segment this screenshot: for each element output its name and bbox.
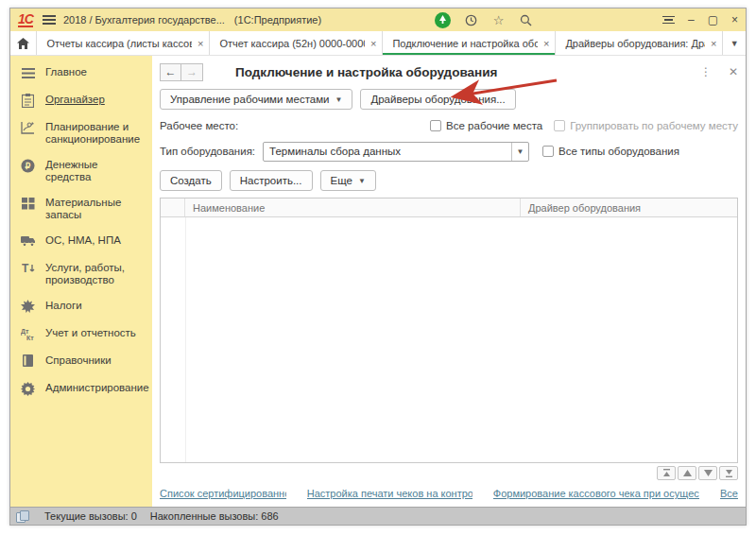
tab-equipment-setup[interactable]: Подключение и настройка обору... ×: [383, 31, 556, 55]
catalogs-icon: [20, 354, 36, 369]
taxes-icon: [20, 299, 36, 314]
accumulated-calls: Накопленные вызовы: 686: [150, 510, 279, 522]
tab-list-dropdown-icon[interactable]: ▼: [722, 31, 746, 55]
planning-icon: !: [20, 120, 36, 135]
certified-equipment-link[interactable]: Список сертифицированного о...: [160, 488, 286, 499]
tab-close-icon[interactable]: ×: [711, 38, 716, 49]
services-icon: Т: [20, 261, 36, 276]
sidebar-item-main[interactable]: Главное: [20, 65, 146, 80]
organizer-icon: [20, 93, 36, 108]
name-column-header[interactable]: Наименование: [185, 198, 521, 216]
1c-logo: 1С: [18, 12, 33, 27]
chevron-down-icon[interactable]: ▼: [511, 143, 528, 161]
workplace-label: Рабочее место:: [160, 120, 238, 131]
all-workplaces-checkbox[interactable]: Все рабочие места: [430, 120, 542, 131]
app-name: (1С:Предприятие): [234, 14, 321, 26]
search-icon[interactable]: [519, 13, 533, 27]
table-header: Наименование Драйвер оборудования: [161, 198, 737, 217]
svg-text:Т: Т: [22, 262, 29, 275]
create-button[interactable]: Создать: [160, 170, 222, 191]
equipment-table: Наименование Драйвер оборудования: [160, 198, 738, 463]
row-up-button[interactable]: [678, 466, 696, 480]
administration-icon: [20, 381, 36, 396]
receipt-generation-link[interactable]: Формирование кассового чека при осуществ…: [493, 488, 699, 499]
chevron-down-icon: ▼: [335, 95, 343, 104]
equipment-type-filter-row: Тип оборудования: Терминалы сбора данных…: [160, 141, 738, 162]
tab-cashier-reports[interactable]: Отчеты кассира (листы кассовой ... ×: [37, 31, 210, 55]
row-down-button[interactable]: [698, 466, 717, 480]
title-bar: 1С 2018 / Бухгалтерия государстве... (1С…: [10, 9, 746, 31]
sidebar-item-organizer[interactable]: Органайзер: [20, 93, 146, 108]
equipment-setup-panel: ← → Подключение и настройка оборудования…: [152, 56, 746, 507]
tab-cashier-report-52n[interactable]: Отчет кассира (52н) 0000-000045 ... ×: [210, 31, 383, 55]
equipment-drivers-button[interactable]: Драйверы оборудования...: [360, 89, 515, 110]
sidebar-item-money[interactable]: ₽ Денежные средства: [20, 158, 146, 183]
all-links-link[interactable]: Все: [720, 488, 738, 499]
close-button[interactable]: ×: [731, 14, 738, 26]
equipment-type-label: Тип оборудования:: [160, 146, 255, 157]
app-window: 1С 2018 / Бухгалтерия государстве... (1С…: [9, 8, 747, 526]
tab-close-icon[interactable]: ×: [370, 38, 376, 49]
forward-button[interactable]: →: [181, 63, 203, 81]
selector-column-header: [161, 198, 185, 216]
go-bottom-button[interactable]: [719, 466, 738, 480]
svg-text:Кт: Кт: [26, 335, 34, 341]
checkbox-icon: [542, 146, 554, 157]
more-actions-button[interactable]: Еще ▼: [320, 170, 376, 191]
service-menu-icon[interactable]: [662, 16, 675, 25]
favorites-icon[interactable]: ☆: [491, 13, 506, 27]
sidebar-item-planning[interactable]: ! Планирование и санкционирование: [20, 120, 146, 146]
tab-equipment-drivers[interactable]: Драйверы оборудования: Драйве... ×: [556, 31, 722, 55]
page-title: Подключение и настройка оборудования: [235, 65, 497, 79]
back-button[interactable]: ←: [160, 63, 181, 81]
sidebar-item-administration[interactable]: Администрирование: [20, 381, 146, 396]
maximize-button[interactable]: ▢: [708, 14, 718, 26]
sidebar-item-services[interactable]: Т Услуги, работы, производство: [20, 261, 146, 286]
sidebar-item-inventory[interactable]: Материальные запасы: [20, 196, 146, 221]
main-menu-icon[interactable]: [43, 15, 56, 25]
list-actions-row: Создать Настроить... Еще ▼: [160, 169, 738, 192]
svg-text:₽: ₽: [26, 161, 31, 170]
current-calls: Текущие вызовы: 0: [44, 510, 137, 522]
all-equipment-types-checkbox[interactable]: Все типы оборудования: [542, 146, 679, 157]
more-menu-icon[interactable]: ⋮: [700, 65, 712, 78]
tab-bar: Отчеты кассира (листы кассовой ... × Отч…: [10, 31, 746, 56]
tab-close-icon[interactable]: ×: [543, 38, 549, 49]
sidebar-item-catalogs[interactable]: Справочники: [20, 354, 146, 369]
workplace-filter-row: Рабочее место: Все рабочие места Группир…: [160, 118, 738, 133]
driver-column-header[interactable]: Драйвер оборудования: [521, 198, 737, 216]
home-tab[interactable]: [10, 31, 37, 55]
accounting-icon: ДтКт: [20, 326, 36, 341]
money-icon: ₽: [20, 158, 36, 173]
group-by-workplace-checkbox: Группировать по рабочему месту: [554, 120, 738, 131]
svg-text:!: !: [28, 123, 29, 127]
form-toolbar: Управление рабочими местами ▼ Драйверы о…: [160, 89, 738, 110]
configure-button[interactable]: Настроить...: [230, 170, 313, 191]
menu-icon: [20, 65, 36, 80]
table-nav-buttons: [160, 466, 738, 480]
checkbox-icon: [430, 120, 441, 131]
history-icon[interactable]: [464, 13, 478, 27]
inventory-icon: [20, 196, 36, 211]
checkbox-icon: [554, 120, 565, 131]
sidebar-item-fixed-assets[interactable]: ОС, НМА, НПА: [20, 233, 146, 249]
assets-icon: [20, 233, 36, 249]
chevron-down-icon: ▼: [358, 177, 366, 185]
go-top-button[interactable]: [657, 466, 676, 480]
sidebar-item-accounting[interactable]: ДтКт Учет и отчетность: [20, 326, 146, 341]
equipment-type-select[interactable]: Терминалы сбора данных ▼: [263, 142, 529, 162]
status-bar: Текущие вызовы: 0 Накопленные вызовы: 68…: [10, 507, 746, 525]
sidebar-item-taxes[interactable]: Налоги: [20, 299, 146, 314]
home-icon: [17, 38, 29, 49]
tab-close-icon[interactable]: ×: [198, 38, 203, 49]
close-form-icon[interactable]: ✕: [729, 65, 738, 78]
window-title: 2018 / Бухгалтерия государстве...: [63, 14, 225, 26]
content-header: ← → Подключение и настройка оборудования…: [160, 60, 738, 84]
footer-links: Список сертифицированного о... Настройка…: [160, 486, 738, 501]
manage-workplaces-button[interactable]: Управление рабочими местами ▼: [160, 89, 352, 110]
notification-center-icon[interactable]: [435, 12, 451, 28]
minimize-button[interactable]: –: [688, 14, 695, 26]
table-body-empty[interactable]: [161, 217, 737, 462]
server-calls-icon: [16, 510, 31, 523]
receipt-print-setup-link[interactable]: Настройка печати чеков на контрольно-к..…: [307, 488, 472, 499]
